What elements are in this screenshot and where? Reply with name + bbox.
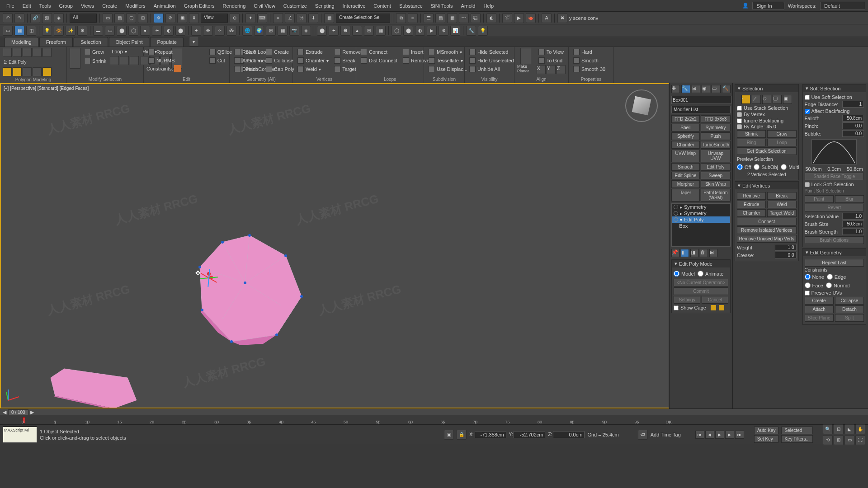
shrink-button[interactable]: Shrink bbox=[82, 57, 108, 65]
sphere-icon-4[interactable]: ⬤ bbox=[175, 26, 185, 36]
mod-shell[interactable]: Shell bbox=[671, 124, 700, 131]
mod-taper[interactable]: Taper bbox=[671, 189, 700, 202]
rollout-header-editgeom[interactable]: ▾ Edit Geometry bbox=[803, 249, 866, 256]
detach-button[interactable]: Detach bbox=[232, 65, 262, 73]
sphere-icon-3[interactable]: ● bbox=[140, 26, 150, 36]
distconnect-button[interactable]: Dist Connect bbox=[359, 56, 399, 65]
menu-sini[interactable]: SiNi Tools bbox=[427, 1, 457, 10]
curve-editor-button[interactable]: 〰 bbox=[459, 13, 469, 23]
subobj-element-btn[interactable] bbox=[42, 48, 52, 57]
radio-animate[interactable]: Animate bbox=[698, 270, 723, 277]
makeplanar-button[interactable] bbox=[520, 48, 531, 64]
mesh-secondary[interactable] bbox=[46, 364, 141, 408]
nav-zoomall-button[interactable]: ⊡ bbox=[834, 424, 844, 434]
eye-icon[interactable] bbox=[674, 205, 678, 209]
time-ruler[interactable]: 0510152025303540455055606570758085909510… bbox=[0, 415, 868, 424]
subobj-edge-btn[interactable] bbox=[13, 48, 22, 57]
tab-freeform[interactable]: Freeform bbox=[39, 37, 73, 47]
create-button[interactable]: Create bbox=[264, 48, 296, 56]
misc-icon-6[interactable]: ⊞ bbox=[364, 26, 374, 36]
plane-icon[interactable]: ▬ bbox=[93, 26, 103, 36]
nav-orbit-button[interactable]: ⟲ bbox=[823, 435, 833, 445]
tab-modeling[interactable]: Modeling bbox=[5, 37, 38, 47]
light-icon-2[interactable]: 🔆 bbox=[54, 26, 64, 36]
add-timetag-button[interactable]: Add Time Tag bbox=[651, 432, 681, 437]
attach-eg-button[interactable]: Attach bbox=[805, 305, 834, 313]
use-stack-checkbox[interactable]: Use Stack Selection bbox=[737, 105, 797, 111]
radio-edge[interactable]: Edge bbox=[827, 273, 846, 280]
weight-value[interactable]: 1.0 bbox=[775, 244, 797, 251]
isolate-button[interactable]: ▣ bbox=[444, 430, 454, 440]
mod-ffd2[interactable]: FFD 2x2x2 bbox=[671, 115, 700, 123]
poly-btn-4[interactable] bbox=[33, 67, 42, 76]
keyfilters-button[interactable]: Key Filters... bbox=[781, 435, 813, 443]
keyboard-button[interactable]: ⌨ bbox=[257, 13, 267, 23]
make-unique-button[interactable]: ◨ bbox=[690, 249, 698, 257]
nav-region-button[interactable]: ▭ bbox=[844, 435, 854, 445]
loop-btn-3[interactable] bbox=[130, 56, 139, 65]
subobj-border[interactable]: ◇ bbox=[762, 95, 771, 104]
unhideall-button[interactable]: Unhide All bbox=[467, 65, 502, 73]
radio-off[interactable]: Off bbox=[737, 164, 751, 170]
misc-icon-5[interactable]: ▲ bbox=[352, 26, 362, 36]
particle-icon-4[interactable]: ⁂ bbox=[226, 26, 236, 36]
nav-pan-button[interactable]: ✋ bbox=[855, 424, 865, 434]
select-region-button[interactable]: ▢ bbox=[126, 13, 136, 23]
gear-icon[interactable]: ⚙ bbox=[439, 26, 448, 36]
msmooth-button[interactable]: MSmooth ▾ bbox=[427, 48, 464, 56]
grid-icon-1[interactable]: ⊞ bbox=[266, 26, 276, 36]
edit-selset-button[interactable]: ▦ bbox=[324, 13, 334, 23]
rotate-button[interactable]: ⟳ bbox=[165, 13, 175, 23]
workspaces-dropdown[interactable]: Default bbox=[820, 2, 865, 10]
layers-button[interactable]: ☰ bbox=[424, 13, 434, 23]
plane-icon-2[interactable]: ▭ bbox=[105, 26, 115, 36]
hard-button[interactable]: Hard bbox=[571, 48, 594, 56]
modifier-stack[interactable]: ▸ Symmetry ▸ Symmetry ▾ Edit Poly Box bbox=[671, 203, 731, 247]
eye-icon[interactable] bbox=[674, 217, 678, 222]
subobj-polygon[interactable]: ▢ bbox=[773, 95, 782, 104]
menu-edit[interactable]: Edit bbox=[19, 1, 35, 10]
viewport-perspective[interactable]: [+] [Perspective] [Standard] [Edged Face… bbox=[0, 83, 669, 408]
pin-stack-button[interactable]: 📌 bbox=[671, 249, 679, 257]
poly-btn-2[interactable] bbox=[13, 67, 22, 76]
placement-button[interactable]: ⬇ bbox=[189, 13, 199, 23]
radio-none[interactable]: None bbox=[805, 273, 824, 280]
tab-hierarchy-panel[interactable]: ⊞ bbox=[692, 85, 700, 93]
camera-icon[interactable]: 📷 bbox=[289, 26, 299, 36]
poly-btn-1[interactable] bbox=[3, 67, 12, 76]
cappoly-button[interactable]: Cap Poly bbox=[264, 65, 296, 73]
layer-explorer-button[interactable]: ▤ bbox=[435, 13, 445, 23]
move-button[interactable]: ✥ bbox=[154, 13, 164, 23]
tab-display-panel[interactable]: ▭ bbox=[712, 85, 720, 93]
play-icon[interactable]: ▶ bbox=[427, 26, 437, 36]
select-name-button[interactable]: ▤ bbox=[114, 13, 124, 23]
crease-value[interactable]: 0.0 bbox=[775, 252, 797, 258]
modifier-list-dropdown[interactable]: Modifier List bbox=[671, 106, 731, 113]
scale-button[interactable]: ▣ bbox=[177, 13, 187, 23]
spinner-snap-button[interactable]: ⬍ bbox=[308, 13, 318, 23]
radio-model[interactable]: Model bbox=[674, 270, 695, 277]
moon-icon[interactable]: ◐ bbox=[164, 26, 174, 36]
tab-populate[interactable]: Populate bbox=[150, 37, 183, 47]
menu-grapheditors[interactable]: Graph Editors bbox=[180, 1, 218, 10]
extrude-vert-button[interactable]: Extrude bbox=[296, 48, 330, 56]
chart-icon[interactable]: 📊 bbox=[450, 26, 460, 36]
stack-editpoly[interactable]: ▾ Edit Poly bbox=[672, 216, 730, 223]
signin-dropdown[interactable]: Sign In bbox=[752, 2, 784, 10]
particle-icon-2[interactable]: ❋ bbox=[203, 26, 213, 36]
connect-ev-button[interactable]: Connect bbox=[737, 218, 797, 225]
remove-ev-button[interactable]: Remove bbox=[737, 192, 766, 200]
light-icon-4[interactable]: ⚙ bbox=[77, 26, 87, 36]
viewcube[interactable] bbox=[625, 89, 658, 122]
schematic-button[interactable]: ⿻ bbox=[471, 13, 481, 23]
align-z-button[interactable]: Z bbox=[557, 65, 566, 74]
mod-spherify[interactable]: Spherify bbox=[671, 132, 700, 140]
menu-animation[interactable]: Animation bbox=[150, 1, 179, 10]
constraint-face-button[interactable] bbox=[190, 65, 198, 72]
light-icon-1[interactable]: 💡 bbox=[42, 26, 52, 36]
selection-filter-dropdown[interactable]: All bbox=[70, 14, 97, 23]
selected-dropdown[interactable]: Selected bbox=[781, 427, 813, 434]
tab-objectpaint[interactable]: Object Paint bbox=[109, 37, 150, 47]
mod-editpoly[interactable]: Edit Poly bbox=[701, 163, 731, 171]
subobj-border-btn[interactable] bbox=[23, 48, 32, 57]
